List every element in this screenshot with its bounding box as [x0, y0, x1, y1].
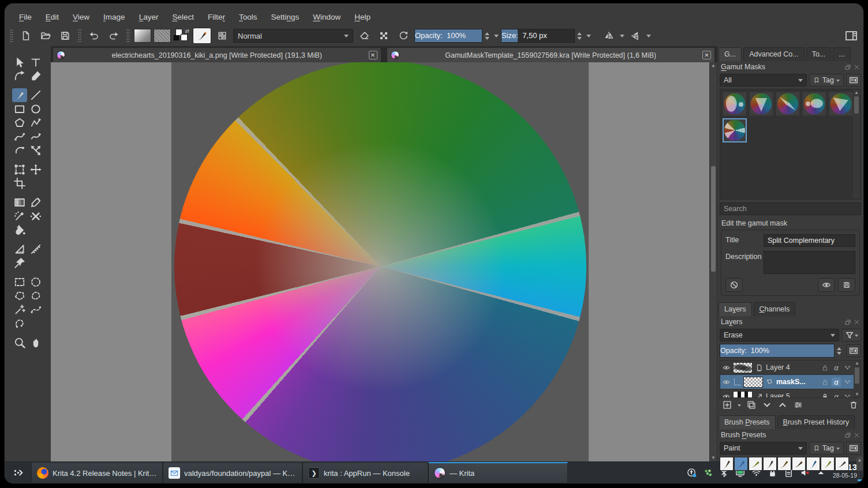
- mask-description-input[interactable]: [764, 251, 855, 274]
- menu-settings[interactable]: Settings: [264, 10, 305, 24]
- tool-gradient[interactable]: [12, 196, 27, 209]
- mask-search-input[interactable]: [720, 202, 861, 215]
- inherit-alpha-toggle[interactable]: [843, 363, 852, 372]
- scroll-up-icon[interactable]: ▲: [710, 63, 717, 69]
- tool-freehand-path[interactable]: [28, 130, 43, 144]
- tool-pin[interactable]: [12, 256, 27, 270]
- brush-filter-combo[interactable]: Paint: [720, 442, 807, 455]
- tool-polyline[interactable]: [28, 116, 43, 130]
- mirror-horizontal-button[interactable]: [600, 28, 618, 44]
- layer-row-layer-5[interactable]: Layer 5α: [720, 389, 854, 398]
- menu-view[interactable]: View: [66, 10, 96, 24]
- brush-tab-brush-preset-history[interactable]: Brush Preset History: [777, 415, 855, 429]
- tool-sel-ellipse[interactable]: [28, 275, 43, 289]
- tool-picker[interactable]: [28, 196, 43, 209]
- layers-tab-layers[interactable]: Layers: [719, 302, 752, 316]
- tool-line[interactable]: [28, 88, 43, 102]
- menu-window[interactable]: Window: [306, 10, 347, 24]
- menu-edit[interactable]: Edit: [39, 10, 65, 24]
- layer-lock-toggle[interactable]: [821, 378, 829, 386]
- docker-splitter[interactable]: [717, 297, 863, 301]
- tool-fill[interactable]: [12, 223, 27, 237]
- tool-move[interactable]: [28, 163, 43, 177]
- toolbar-grip[interactable]: [10, 29, 13, 43]
- layer-row-layer-4[interactable]: Layer 4α: [720, 361, 854, 375]
- close-tab-button[interactable]: ✕: [369, 51, 377, 59]
- mask-split-complementary[interactable]: [723, 118, 747, 142]
- close-docker-icon[interactable]: [854, 64, 860, 70]
- brush-display-settings-button[interactable]: [846, 442, 861, 455]
- brush-preset-9[interactable]: [835, 457, 849, 471]
- tool-smart-patch[interactable]: [12, 209, 27, 223]
- tool-bezier[interactable]: [12, 130, 27, 144]
- brush-preset-2[interactable]: [734, 457, 748, 471]
- tool-sel-poly[interactable]: [12, 289, 27, 303]
- layer-opacity-slider[interactable]: Opacity: 100%: [720, 344, 835, 358]
- toolbar-grip[interactable]: [78, 29, 81, 43]
- preserve-alpha-button[interactable]: [375, 28, 392, 44]
- menu-help[interactable]: Help: [348, 10, 377, 24]
- cancel-mask-edit-button[interactable]: [725, 278, 743, 292]
- app-launcher-button[interactable]: [5, 462, 31, 483]
- docker-tab--[interactable]: ...: [833, 47, 850, 61]
- tool-rect[interactable]: [12, 102, 27, 116]
- brush-preset-6[interactable]: [792, 457, 806, 471]
- tool-multibrush[interactable]: [28, 144, 43, 157]
- taskbar-task-2[interactable]: valdyas/foundation/paypal — KM...: [163, 462, 302, 483]
- blending-mode-combo[interactable]: Normal: [233, 29, 353, 43]
- move-layer-down-button[interactable]: [762, 400, 772, 410]
- docker-tab-g-[interactable]: G...: [719, 47, 742, 61]
- tool-pan[interactable]: [28, 336, 43, 350]
- layer-filter-button[interactable]: [841, 329, 861, 341]
- tool-sel-rect[interactable]: [12, 275, 27, 289]
- workspace-chooser-button[interactable]: [843, 28, 860, 44]
- size-options-caret[interactable]: [586, 35, 591, 40]
- document-tab-1[interactable]: electrichearts_20190316_kiki_a.png [Writ…: [53, 47, 381, 62]
- toolbar-grip[interactable]: [126, 29, 130, 43]
- layer-alpha-toggle[interactable]: α: [832, 392, 841, 399]
- layer-blend-mode-combo[interactable]: Erase: [720, 329, 839, 341]
- choose-brush-preset-button[interactable]: [214, 28, 231, 44]
- layer-visibility-toggle[interactable]: [722, 392, 731, 399]
- tool-node-edit[interactable]: [12, 69, 27, 83]
- gamut-mask-color-wheel[interactable]: [174, 62, 586, 461]
- tool-text[interactable]: [28, 55, 43, 69]
- layer-opacity-spinner[interactable]: [837, 345, 844, 357]
- mask-blob[interactable]: [723, 92, 747, 116]
- menu-image[interactable]: Image: [97, 10, 132, 24]
- brush-preset-7[interactable]: [806, 457, 820, 471]
- tool-measure[interactable]: [28, 242, 43, 256]
- brush-tab-brush-presets[interactable]: Brush Presets: [719, 415, 776, 429]
- layer-properties-icon-button[interactable]: [793, 400, 803, 410]
- opacity-slider[interactable]: Opacity: 100%: [414, 29, 482, 43]
- mask-dot-ellipse[interactable]: [802, 92, 826, 116]
- brush-preset-1[interactable]: [720, 457, 734, 471]
- opacity-spinner[interactable]: [485, 30, 492, 42]
- docker-tab-advanced-co-[interactable]: Advanced Co...: [743, 47, 804, 61]
- save-button[interactable]: [57, 28, 74, 44]
- layer-alpha-toggle[interactable]: α: [832, 363, 841, 372]
- add-layer-button[interactable]: [722, 400, 732, 410]
- mask-filter-combo[interactable]: All: [720, 74, 807, 87]
- taskbar-task-3[interactable]: ❯krita : AppRun — Konsole: [302, 462, 428, 483]
- tool-polygon[interactable]: [12, 116, 27, 130]
- layer-row-masks-[interactable]: maskS...α: [720, 375, 854, 389]
- tool-sel-similar[interactable]: [12, 303, 27, 317]
- mask-list-scrollbar[interactable]: ▲: [853, 90, 860, 198]
- menu-tools[interactable]: Tools: [233, 10, 264, 24]
- mask-sliver[interactable]: [776, 92, 800, 116]
- tool-calligraphy[interactable]: [28, 69, 43, 83]
- redo-button[interactable]: [105, 28, 122, 44]
- scroll-down-icon[interactable]: ▼: [710, 455, 717, 461]
- delete-layer-button[interactable]: [848, 400, 859, 410]
- menu-file[interactable]: File: [13, 10, 38, 24]
- tool-freehand-brush[interactable]: [12, 88, 27, 102]
- brush-preset-5[interactable]: [777, 457, 791, 471]
- taskbar-task-4[interactable]: — Krita: [428, 462, 568, 483]
- edit-brush-settings-button[interactable]: [193, 28, 211, 44]
- brush-preset-8[interactable]: [821, 457, 835, 471]
- tool-pattern[interactable]: [28, 209, 43, 223]
- open-document-button[interactable]: [37, 28, 54, 44]
- tool-zoom[interactable]: [12, 336, 27, 350]
- mask-title-input[interactable]: Split Complementary: [764, 234, 855, 247]
